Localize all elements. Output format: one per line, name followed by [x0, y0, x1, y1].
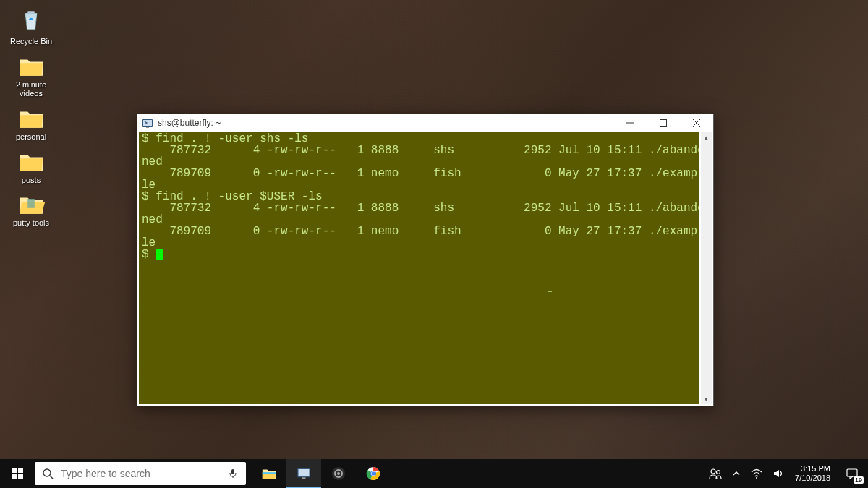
svg-rect-6	[660, 120, 667, 127]
close-icon	[693, 119, 700, 127]
minimize-icon	[626, 119, 634, 127]
svg-rect-0	[27, 11, 35, 13]
taskbar: 3:15 PM 7/10/2018 19	[0, 459, 868, 488]
putty-icon	[297, 466, 311, 480]
taskbar-obs[interactable]	[321, 459, 356, 488]
search-box[interactable]	[35, 462, 246, 485]
titlebar[interactable]: shs@butterfly: ~	[137, 114, 713, 132]
maximize-button[interactable]	[647, 114, 680, 132]
taskbar-file-explorer[interactable]	[252, 459, 286, 488]
folder-icon	[17, 107, 46, 130]
tray-wifi-icon[interactable]	[746, 459, 767, 488]
minimize-button[interactable]	[613, 114, 647, 132]
window-title: shs@butterfly: ~	[158, 118, 613, 128]
desktop-icon-folder[interactable]: posts	[4, 150, 58, 185]
notification-button[interactable]: 19	[836, 459, 868, 488]
svg-point-29	[717, 471, 720, 474]
search-input[interactable]	[61, 468, 220, 479]
desktop-icon-folder[interactable]: 2 minute videos	[4, 55, 58, 98]
svg-rect-31	[847, 469, 857, 476]
tray-volume-icon[interactable]	[767, 459, 789, 488]
notification-badge: 19	[854, 476, 864, 484]
tray-people-icon[interactable]	[704, 459, 727, 488]
scrollbar[interactable]: ▴ ▾	[701, 132, 712, 404]
obs-icon	[331, 466, 346, 481]
desktop-icon-folder[interactable]: personal	[4, 107, 58, 142]
desktop-icons: Recycle Bin 2 minute videos personal pos…	[4, 6, 58, 236]
maximize-icon	[660, 119, 667, 127]
svg-rect-4	[146, 127, 149, 128]
desktop-icon-label: putty tools	[4, 218, 58, 228]
terminal-line: 789709 0 -rw-rw-r-- 1 nemo fish 0 May 27…	[142, 225, 697, 238]
svg-rect-17	[263, 472, 276, 474]
recycle-bin-icon	[17, 6, 46, 35]
start-button[interactable]	[0, 459, 35, 488]
svg-rect-1	[27, 199, 35, 208]
microphone-icon[interactable]	[220, 468, 246, 479]
scroll-down-icon[interactable]: ▾	[701, 393, 712, 404]
system-tray: 3:15 PM 7/10/2018 19	[704, 459, 868, 488]
folder-icon	[17, 55, 46, 78]
svg-point-23	[337, 472, 340, 475]
clock-time: 3:15 PM	[795, 464, 830, 474]
desktop-icon-recycle-bin[interactable]: Recycle Bin	[4, 6, 58, 46]
putty-icon	[142, 117, 153, 129]
tray-chevron-up-icon[interactable]	[727, 459, 746, 488]
search-icon	[35, 468, 61, 479]
svg-rect-19	[299, 469, 310, 476]
svg-rect-15	[231, 469, 234, 474]
terminal-line: 787732 4 -rw-rw-r-- 1 8888 shs 2952 Jul …	[142, 202, 699, 215]
svg-rect-20	[302, 477, 306, 479]
file-explorer-icon	[261, 466, 277, 481]
svg-rect-9	[12, 468, 17, 473]
cursor	[156, 249, 163, 260]
close-button[interactable]	[680, 114, 713, 132]
svg-point-30	[756, 477, 757, 479]
svg-point-27	[372, 472, 375, 476]
folder-icon	[17, 150, 46, 174]
taskbar-putty[interactable]	[286, 459, 321, 488]
svg-rect-11	[12, 474, 17, 479]
svg-point-28	[711, 469, 715, 474]
terminal-line: 787732 4 -rw-rw-r-- 1 8888 shs 2952 Jul …	[142, 144, 699, 157]
taskbar-chrome[interactable]	[356, 459, 391, 488]
taskbar-clock[interactable]: 3:15 PM 7/10/2018	[789, 464, 836, 483]
terminal[interactable]: $ find . ! -user shs -ls 787732 4 -rw-rw…	[139, 132, 699, 404]
folder-open-icon	[17, 193, 46, 216]
terminal-prompt: $	[142, 248, 156, 261]
desktop-icon-label: Recycle Bin	[4, 37, 58, 46]
desktop-icon-label: personal	[4, 132, 58, 142]
desktop-icon-label: 2 minute videos	[4, 80, 58, 98]
text-cursor-ibeam	[550, 281, 550, 292]
svg-line-14	[50, 476, 53, 479]
svg-point-13	[43, 469, 51, 476]
desktop-icon-folder[interactable]: putty tools	[4, 193, 58, 228]
scroll-up-icon[interactable]: ▴	[701, 132, 712, 142]
terminal-line: 789709 0 -rw-rw-r-- 1 nemo fish 0 May 27…	[142, 167, 697, 180]
desktop-icon-label: posts	[4, 176, 58, 185]
svg-rect-10	[18, 468, 23, 473]
windows-icon	[12, 468, 23, 479]
chrome-icon	[366, 466, 380, 481]
svg-rect-12	[18, 474, 23, 479]
clock-date: 7/10/2018	[795, 474, 830, 483]
putty-window[interactable]: shs@butterfly: ~ $ find . ! -user shs -l…	[137, 114, 714, 406]
